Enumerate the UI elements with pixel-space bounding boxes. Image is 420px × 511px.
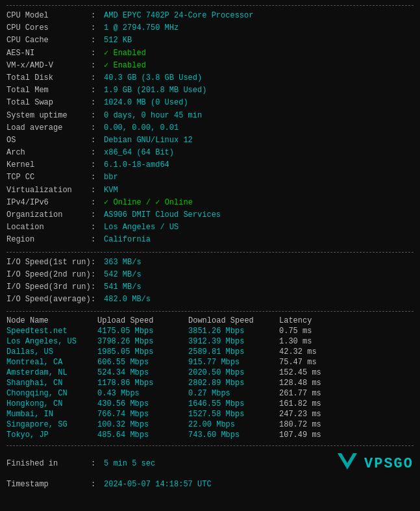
network-row: Singapore, SG100.32 Mbps22.00 Mbps180.72… <box>6 419 414 430</box>
system-row: CPU Cache: 512 KB <box>6 34 414 47</box>
network-latency: 42.32 ms <box>279 347 414 357</box>
system-value: bbr <box>104 171 118 184</box>
system-label: Total Disk <box>6 72 91 84</box>
io-value: 542 MB/s <box>104 269 142 281</box>
io-value: 541 MB/s <box>104 281 142 293</box>
io-label: I/O Speed(2nd run) <box>6 269 91 281</box>
network-latency: 247.23 ms <box>279 409 414 419</box>
colon: : <box>91 209 104 221</box>
network-download: 1527.58 Mbps <box>188 409 279 419</box>
system-value: 6.1.0-18-amd64 <box>104 159 169 171</box>
network-node: Mumbai, IN <box>6 409 97 419</box>
system-label: Total Mem <box>6 84 91 97</box>
io-value: 363 MB/s <box>104 256 142 269</box>
network-row: Shanghai, CN1178.86 Mbps2802.89 Mbps128.… <box>6 378 414 388</box>
network-upload: 524.34 Mbps <box>97 368 188 378</box>
network-latency: 261.77 ms <box>279 388 414 399</box>
system-label: IPv4/IPv6 <box>6 197 91 209</box>
io-section: I/O Speed(1st run): 363 MB/sI/O Speed(2n… <box>6 252 414 310</box>
network-upload: 3798.26 Mbps <box>97 336 188 347</box>
network-upload: 4175.05 Mbps <box>97 326 188 336</box>
colon: : <box>91 234 104 246</box>
io-label: I/O Speed(3rd run) <box>6 281 91 293</box>
vpsgo-logo-text: VPSGO <box>364 453 414 475</box>
network-row: Montreal, CA606.55 Mbps915.77 Mbps75.47 … <box>6 357 414 368</box>
network-latency: 107.49 ms <box>279 430 414 440</box>
colon: : <box>91 10 104 22</box>
system-value: AS906 DMIT Cloud Services <box>104 209 221 221</box>
network-download: 2802.89 Mbps <box>188 378 279 388</box>
network-node: Shanghai, CN <box>6 378 97 388</box>
system-value: ✓ Online / ✓ Online <box>104 197 193 209</box>
io-row: I/O Speed(1st run): 363 MB/s <box>6 256 414 269</box>
system-value: 0 days, 0 hour 45 min <box>104 110 202 122</box>
network-upload: 606.55 Mbps <box>97 357 188 368</box>
io-row: I/O Speed(3rd run): 541 MB/s <box>6 281 414 293</box>
system-row: Total Disk: 40.3 GB (3.8 GB Used) <box>6 72 414 84</box>
system-value: x86_64 (64 Bit) <box>104 147 174 159</box>
network-row: Mumbai, IN766.74 Mbps1527.58 Mbps247.23 … <box>6 409 414 419</box>
network-row: Speedtest.net4175.05 Mbps3851.26 Mbps0.7… <box>6 326 414 336</box>
network-upload: 485.64 Mbps <box>97 430 188 440</box>
system-row: Region: California <box>6 234 414 246</box>
timestamp-value: 2024-05-07 14:18:57 UTC <box>104 479 212 491</box>
system-label: Location <box>6 221 91 234</box>
network-table: Node NameUpload SpeedDownload SpeedLaten… <box>6 316 414 440</box>
system-label: Virtualization <box>6 184 91 197</box>
system-row: VM-x/AMD-V: ✓ Enabled <box>6 60 414 72</box>
system-label: Organization <box>6 209 91 221</box>
network-node: Montreal, CA <box>6 357 97 368</box>
network-download: 2020.50 Mbps <box>188 368 279 378</box>
system-value: 1 @ 2794.750 MHz <box>104 22 179 34</box>
timestamp-row: Timestamp: 2024-05-07 14:18:57 UTC <box>6 479 414 491</box>
network-node: Chongqing, CN <box>6 388 97 399</box>
system-info-section: CPU Model: AMD EPYC 7402P 24-Core Proces… <box>6 5 414 251</box>
system-row: Total Swap: 1024.0 MB (0 Used) <box>6 97 414 109</box>
system-value: ✓ Enabled <box>104 47 146 60</box>
colon: : <box>91 97 104 109</box>
network-download: 3912.39 Mbps <box>188 336 279 347</box>
system-label: CPU Cache <box>6 34 91 47</box>
system-row: System uptime: 0 days, 0 hour 45 min <box>6 110 414 122</box>
system-label: Region <box>6 234 91 246</box>
colon: : <box>91 281 104 293</box>
network-download: 2589.81 Mbps <box>188 347 279 357</box>
system-row: Load average: 0.00, 0.00, 0.01 <box>6 122 414 134</box>
network-row: Chongqing, CN0.43 Mbps0.27 Mbps261.77 ms <box>6 388 414 399</box>
system-row: IPv4/IPv6: ✓ Online / ✓ Online <box>6 197 414 209</box>
colon: : <box>91 84 104 97</box>
network-upload: 1178.86 Mbps <box>97 378 188 388</box>
system-value: 40.3 GB (3.8 GB Used) <box>104 72 202 84</box>
network-latency: 128.48 ms <box>279 378 414 388</box>
network-upload: 766.74 Mbps <box>97 409 188 419</box>
system-label: Total Swap <box>6 97 91 109</box>
io-label: I/O Speed(1st run) <box>6 256 91 269</box>
network-upload: 100.32 Mbps <box>97 419 188 430</box>
network-node: Los Angeles, US <box>6 336 97 347</box>
system-value: Debian GNU/Linux 12 <box>104 134 193 147</box>
network-latency: 0.75 ms <box>279 326 414 336</box>
finished-label: Finished in <box>6 458 91 470</box>
network-row: Hongkong, CN430.56 Mbps1646.55 Mbps161.8… <box>6 399 414 409</box>
system-value: ✓ Enabled <box>104 60 146 72</box>
network-row: Tokyo, JP485.64 Mbps743.60 Mbps107.49 ms <box>6 430 414 440</box>
colon: : <box>91 171 104 184</box>
colon: : <box>91 72 104 84</box>
system-value: 1.9 GB (201.8 MB Used) <box>104 84 206 97</box>
finished-value: 5 min 5 sec <box>104 458 155 470</box>
system-value: California <box>104 234 151 246</box>
system-row: Total Mem: 1.9 GB (201.8 MB Used) <box>6 84 414 97</box>
system-label: OS <box>6 134 91 147</box>
network-node: Amsterdam, NL <box>6 368 97 378</box>
system-value: AMD EPYC 7402P 24-Core Processor <box>104 10 253 22</box>
network-row: Los Angeles, US3798.26 Mbps3912.39 Mbps1… <box>6 336 414 347</box>
network-download: 743.60 Mbps <box>188 430 279 440</box>
system-value: KVM <box>104 184 118 197</box>
logo-area: VPSGO <box>323 450 414 478</box>
system-row: Arch: x86_64 (64 Bit) <box>6 147 414 159</box>
network-download: 3851.26 Mbps <box>188 326 279 336</box>
system-row: Location: Los Angeles / US <box>6 221 414 234</box>
network-download: 915.77 Mbps <box>188 357 279 368</box>
system-row: OS: Debian GNU/Linux 12 <box>6 134 414 147</box>
system-value: 0.00, 0.00, 0.01 <box>104 122 179 134</box>
